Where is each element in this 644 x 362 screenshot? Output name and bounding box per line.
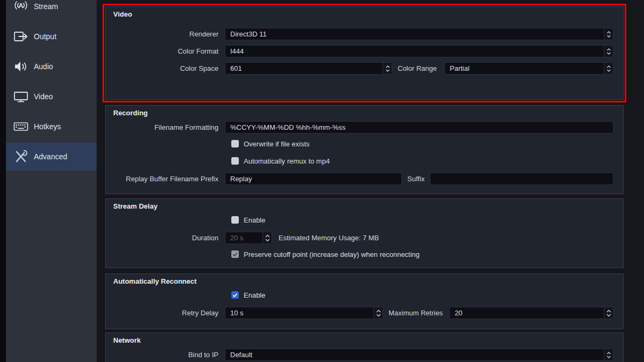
audio-speaker-icon — [11, 57, 31, 76]
color-format-value: I444 — [225, 46, 604, 57]
duration-label: Duration — [112, 234, 225, 242]
section-title-network: Network — [113, 336, 613, 344]
replay-prefix-label: Replay Buffer Filename Prefix — [112, 175, 225, 183]
reconnect-enable-checkbox[interactable] — [231, 291, 239, 299]
replay-prefix-input[interactable] — [225, 173, 402, 185]
renderer-value: Direct3D 11 — [225, 28, 604, 40]
color-space-label: Color Space — [112, 64, 225, 72]
filename-formatting-input[interactable] — [225, 121, 613, 134]
auto-reconnect-section: Automatically Reconnect Enable Retry Del… — [105, 274, 624, 329]
window-edge-strip — [0, 0, 6, 362]
max-retries-label: Maximum Retries — [389, 309, 443, 317]
updown-chevrons-icon[interactable] — [604, 46, 613, 57]
renderer-label: Renderer — [112, 30, 225, 38]
sidebar-item-hotkeys[interactable]: Hotkeys — [6, 113, 97, 141]
suffix-input[interactable] — [430, 173, 613, 185]
renderer-dropdown[interactable]: Direct3D 11 — [225, 28, 613, 40]
network-section: Network Bind to IP Default — [105, 333, 624, 362]
memory-usage-text: Estimated Memory Usage: 7 MB — [279, 234, 379, 242]
sidebar-item-label: Advanced — [34, 152, 67, 161]
check-icon — [232, 252, 238, 257]
bind-to-ip-value: Default — [225, 349, 604, 360]
max-retries-spinbox[interactable]: 20 — [449, 307, 613, 319]
sidebar-item-label: Stream — [34, 2, 58, 11]
sidebar-item-label: Audio — [34, 62, 53, 71]
reconnect-enable-label: Enable — [244, 291, 265, 299]
updown-chevrons-icon[interactable] — [604, 28, 613, 40]
sidebar-item-stream[interactable]: A Stream — [6, 0, 97, 20]
updown-chevrons-icon[interactable] — [262, 232, 272, 243]
color-format-dropdown[interactable]: I444 — [225, 45, 613, 57]
stream-delay-enable-label: Enable — [244, 216, 265, 224]
stream-delay-enable-checkbox[interactable] — [231, 216, 239, 224]
overwrite-checkbox-row[interactable]: Overwrite if file exists — [231, 138, 613, 149]
retry-delay-value: 10 s — [225, 307, 374, 319]
filename-formatting-label: Filename Formatting — [112, 123, 225, 131]
updown-chevrons-icon[interactable] — [374, 307, 383, 319]
color-range-value: Partial — [445, 63, 604, 74]
video-section: Video Renderer Direct3D 11 Color Format … — [105, 6, 624, 100]
preserve-cutoff-checkbox[interactable] — [231, 250, 239, 258]
overwrite-checkbox[interactable] — [231, 140, 239, 147]
sidebar-item-audio[interactable]: Audio — [6, 53, 97, 80]
bind-to-ip-dropdown[interactable]: Default — [225, 349, 613, 361]
color-format-label: Color Format — [112, 47, 225, 55]
sidebar-item-label: Video — [34, 92, 53, 101]
section-title-recording: Recording — [113, 109, 613, 117]
hotkeys-keyboard-icon — [11, 117, 31, 136]
svg-text:A: A — [18, 2, 24, 10]
remux-checkbox-row[interactable]: Automatically remux to mp4 — [231, 156, 613, 166]
sidebar-item-output[interactable]: Output — [6, 23, 97, 50]
preserve-cutoff-label: Preserve cutoff point (increase delay) w… — [244, 250, 420, 258]
check-icon — [232, 292, 238, 298]
sidebar-item-advanced[interactable]: Advanced — [6, 143, 97, 171]
obs-settings-window: A Stream Output — [0, 0, 644, 362]
color-space-value: 601 — [225, 63, 383, 74]
updown-chevrons-icon[interactable] — [604, 63, 613, 74]
color-space-dropdown[interactable]: 601 — [225, 62, 392, 75]
max-retries-value: 20 — [450, 307, 604, 319]
section-title-auto-reconnect: Automatically Reconnect — [113, 277, 613, 285]
sidebar-item-video[interactable]: Video — [6, 83, 97, 110]
recording-section: Recording Filename Formatting Overwrite … — [105, 105, 624, 194]
stream-delay-enable-row[interactable]: Enable — [231, 215, 613, 225]
duration-spinbox[interactable]: 20 s — [225, 232, 272, 244]
reconnect-enable-row[interactable]: Enable — [231, 290, 613, 300]
output-arrow-icon — [11, 27, 31, 46]
sidebar-item-label: Output — [34, 32, 56, 41]
sidebar-item-label: Hotkeys — [34, 122, 61, 131]
overwrite-label: Overwrite if file exists — [244, 140, 310, 148]
stream-delay-section: Stream Delay Enable Duration 20 s Estima… — [105, 198, 624, 268]
preserve-cutoff-row[interactable]: Preserve cutoff point (increase delay) w… — [231, 249, 613, 260]
color-range-label: Color Range — [398, 64, 437, 72]
updown-chevrons-icon[interactable] — [604, 307, 613, 319]
retry-delay-label: Retry Delay — [112, 309, 225, 317]
duration-value: 20 s — [225, 232, 262, 243]
updown-chevrons-icon[interactable] — [383, 63, 392, 74]
section-title-stream-delay: Stream Delay — [113, 202, 613, 210]
section-title-video: Video — [113, 10, 613, 18]
updown-chevrons-icon[interactable] — [604, 349, 613, 360]
stream-antenna-icon: A — [11, 0, 31, 16]
video-monitor-icon — [11, 87, 31, 106]
retry-delay-spinbox[interactable]: 10 s — [225, 307, 383, 319]
remux-label: Automatically remux to mp4 — [244, 157, 330, 165]
remux-checkbox[interactable] — [231, 157, 239, 165]
advanced-tools-icon — [11, 147, 31, 166]
bind-to-ip-label: Bind to IP — [112, 351, 225, 359]
color-range-dropdown[interactable]: Partial — [444, 62, 613, 75]
suffix-label: Suffix — [407, 175, 425, 183]
settings-sidebar: A Stream Output — [6, 0, 97, 362]
